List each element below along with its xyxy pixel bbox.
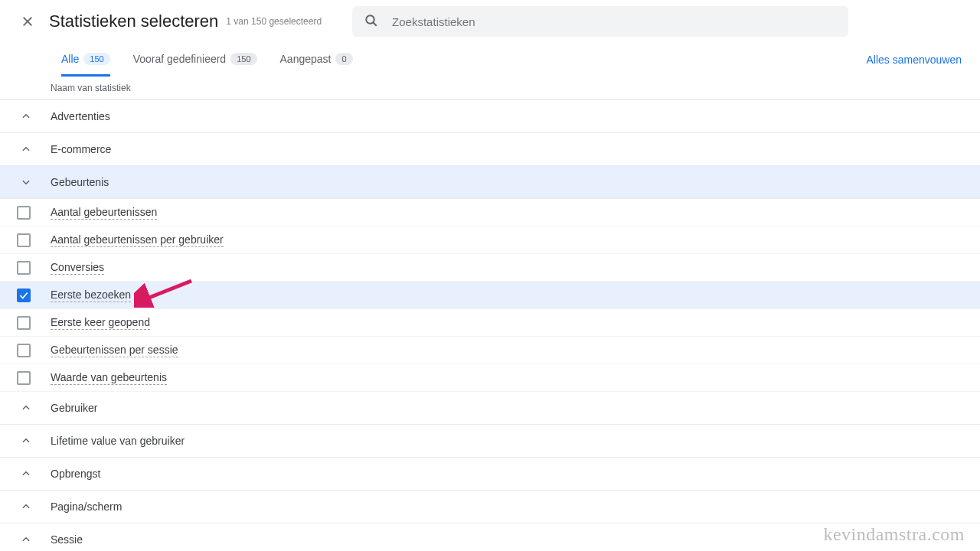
metric-label: Aantal gebeurtenissen: [51, 206, 157, 220]
svg-point-2: [366, 15, 374, 24]
checkbox[interactable]: [17, 371, 31, 385]
tab-label: Alle: [61, 53, 79, 65]
tab-count-badge: 0: [335, 53, 352, 65]
section-label: Gebeurtenis: [51, 176, 109, 188]
close-button[interactable]: [18, 12, 37, 31]
metric-label: Conversies: [51, 261, 104, 275]
metric-row[interactable]: Conversies: [0, 254, 980, 282]
tab-all[interactable]: Alle 150: [61, 43, 110, 77]
section-label: E-commerce: [51, 143, 111, 155]
section-advertenties[interactable]: Advertenties: [0, 100, 980, 133]
metric-row[interactable]: Aantal gebeurtenissen: [0, 199, 980, 227]
tab-predefined[interactable]: Vooraf gedefinieerd 150: [133, 43, 257, 77]
chevron-up-icon: [17, 501, 35, 512]
checkbox[interactable]: [17, 233, 31, 247]
chevron-up-icon: [17, 534, 35, 545]
checkbox[interactable]: [17, 261, 31, 275]
search-box[interactable]: [352, 6, 848, 37]
checkbox[interactable]: [17, 316, 31, 330]
section-gebeurtenis[interactable]: Gebeurtenis: [0, 166, 980, 199]
search-input[interactable]: [392, 15, 836, 28]
metric-row[interactable]: Aantal gebeurtenissen per gebruiker: [0, 227, 980, 254]
metric-row[interactable]: Gebeurtenissen per sessie: [0, 337, 980, 364]
section-ecommerce[interactable]: E-commerce: [0, 133, 980, 166]
checkbox[interactable]: [17, 344, 31, 357]
metric-row[interactable]: Waarde van gebeurtenis: [0, 364, 980, 392]
collapse-all-link[interactable]: Alles samenvouwen: [866, 54, 962, 66]
section-pagina[interactable]: Pagina/scherm: [0, 491, 980, 523]
section-gebruiker[interactable]: Gebruiker: [0, 392, 980, 425]
metric-label: Gebeurtenissen per sessie: [51, 344, 178, 357]
tab-custom[interactable]: Aangepast 0: [280, 43, 353, 77]
section-label: Sessie: [51, 533, 83, 546]
section-label: Opbrengst: [51, 468, 100, 480]
section-label: Pagina/scherm: [51, 500, 122, 513]
tab-count-badge: 150: [83, 53, 109, 65]
section-lifetime[interactable]: Lifetime value van gebruiker: [0, 425, 980, 458]
section-label: Advertenties: [51, 110, 110, 122]
tab-count-badge: 150: [230, 53, 256, 65]
chevron-up-icon: [17, 403, 35, 413]
metric-label: Eerste bezoeken: [51, 289, 131, 302]
metric-label: Eerste keer geopend: [51, 316, 150, 330]
checkbox[interactable]: [17, 206, 31, 220]
metric-label: Waarde van gebeurtenis: [51, 371, 167, 385]
chevron-up-icon: [17, 468, 35, 479]
search-icon: [364, 14, 378, 30]
metric-row[interactable]: Eerste keer geopend: [0, 309, 980, 337]
watermark: kevindamstra.com: [823, 524, 965, 545]
chevron-up-icon: [17, 111, 35, 122]
metric-label: Aantal gebeurtenissen per gebruiker: [51, 233, 224, 247]
chevron-down-icon: [17, 177, 35, 187]
tab-label: Aangepast: [280, 53, 332, 65]
section-label: Gebruiker: [51, 402, 97, 414]
checkbox-checked[interactable]: [17, 289, 31, 302]
tab-label: Vooraf gedefinieerd: [133, 53, 226, 65]
selection-count: 1 van 150 geselecteerd: [226, 16, 322, 27]
chevron-up-icon: [17, 144, 35, 155]
chevron-up-icon: [17, 435, 35, 446]
metric-row-selected[interactable]: Eerste bezoeken: [0, 282, 980, 309]
close-icon: [21, 15, 34, 28]
section-opbrengst[interactable]: Opbrengst: [0, 458, 980, 491]
page-title: Statistieken selecteren: [49, 11, 218, 31]
svg-line-3: [373, 22, 377, 26]
column-header: Naam van statistiek: [0, 77, 980, 100]
section-label: Lifetime value van gebruiker: [51, 435, 185, 447]
